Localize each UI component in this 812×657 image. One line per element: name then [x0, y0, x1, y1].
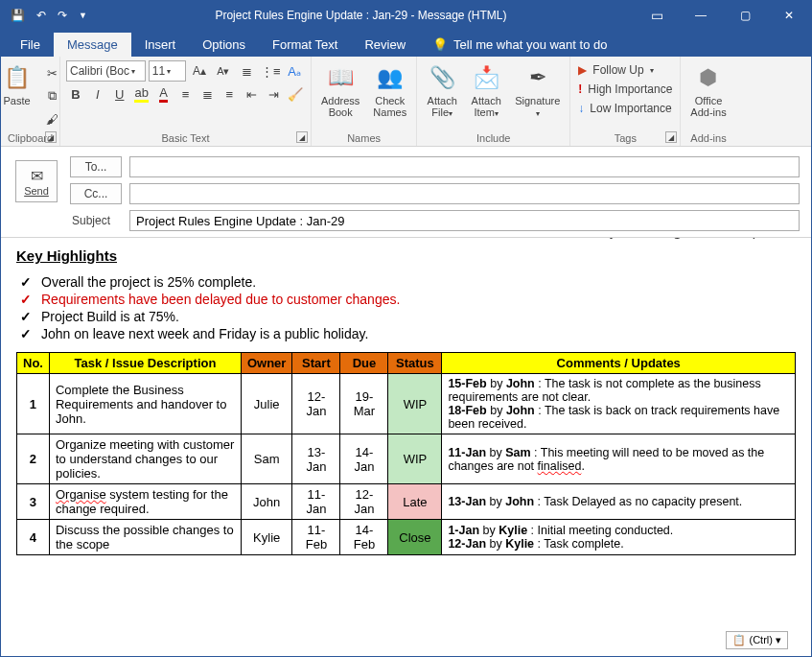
clear-format-icon[interactable]: 🧹 [286, 83, 305, 105]
clipboard-dialog-launcher[interactable]: ◢ [45, 131, 57, 143]
flag-icon: ▶ [578, 63, 587, 77]
basictext-dialog-launcher[interactable]: ◢ [296, 131, 308, 143]
cell-owner: Kylie [241, 520, 291, 555]
address-book-button[interactable]: 📖 Address Book [317, 60, 363, 120]
cell-owner: Sam [241, 434, 291, 484]
send-label: Send [24, 185, 49, 197]
th-due: Due [340, 353, 388, 374]
watermark: Techno-PM Project Management Templates [590, 238, 792, 239]
paste-options-button[interactable]: 📋 (Ctrl) ▾ [726, 631, 789, 649]
cell-status: Close [388, 520, 442, 555]
tab-message[interactable]: Message [54, 33, 131, 57]
tell-me-search[interactable]: 💡 Tell me what you want to do [419, 33, 620, 57]
cell-task: Discuss the possible changes to the scop… [49, 520, 241, 555]
highlight-icon[interactable]: ab [132, 83, 151, 105]
tab-review[interactable]: Review [351, 33, 419, 57]
maximize-icon[interactable]: ▢ [723, 1, 767, 30]
compose-header: ✉ Send To... Cc... Subject [1, 147, 811, 238]
attach-item-button[interactable]: 📩 Attach Item▾ [467, 60, 505, 121]
align-left-icon[interactable]: ≡ [176, 83, 196, 105]
group-tags-label: Tags [576, 130, 674, 144]
send-button[interactable]: ✉ Send [15, 160, 58, 202]
shrink-font-icon[interactable]: A▾ [213, 60, 234, 82]
indent-right-icon[interactable]: ⇥ [264, 83, 283, 105]
table-row: 2Organize meeting with customer to under… [17, 434, 796, 484]
table-row: 4Discuss the possible changes to the sco… [17, 520, 796, 555]
attach-file-button[interactable]: 📎 Attach File▾ [423, 60, 461, 121]
th-owner: Owner [241, 353, 291, 374]
numbering-icon[interactable]: ⋮≡ [260, 60, 281, 82]
group-include-label: Include [423, 130, 564, 144]
font-size-combo[interactable]: 11▾ [149, 60, 186, 82]
cc-field[interactable] [129, 183, 800, 204]
ribbon-options-icon[interactable]: ▭ [635, 1, 679, 30]
clipboard-small-icon: 📋 [732, 634, 746, 646]
cell-due: 12-Jan [340, 484, 388, 520]
indent-left-icon[interactable]: ⇤ [242, 83, 261, 105]
th-comments: Comments / Updates [442, 353, 796, 374]
tab-insert[interactable]: Insert [131, 33, 190, 57]
cell-comments: 15-Feb by John : The task is not complet… [442, 374, 796, 434]
check-names-button[interactable]: 👥 Check Names [369, 60, 410, 120]
paste-button[interactable]: 📋 Paste [0, 60, 36, 108]
list-item: John on leave next week and Friday is a … [39, 325, 796, 342]
cell-comments: 13-Jan by John : Task Delayed as no capa… [442, 484, 796, 520]
font-color-icon[interactable]: A [154, 83, 174, 105]
table-header-row: No. Task / Issue Description Owner Start… [17, 353, 796, 374]
bold-button[interactable]: B [66, 83, 85, 105]
title-bar: 💾 ↶ ↷ ▼ Project Rules Engine Update : Ja… [1, 1, 811, 30]
to-button[interactable]: To... [70, 156, 122, 177]
th-no: No. [17, 353, 50, 374]
tab-format-text[interactable]: Format Text [259, 33, 351, 57]
cell-task: Organize meeting with customer to unders… [49, 434, 241, 484]
align-right-icon[interactable]: ≡ [220, 83, 239, 105]
ribbon: 📋 Paste ✂ ⧉ 🖌 Clipboard ◢ Calibri (Boc▾ … [1, 57, 811, 147]
subject-field[interactable] [129, 210, 800, 231]
redo-icon[interactable]: ↷ [58, 9, 67, 22]
cell-due: 19-Mar [340, 374, 388, 434]
message-body[interactable]: Techno-PM Project Management Templates K… [1, 238, 811, 655]
cell-comments: 1-Jan by Kylie : Initial meeting conduct… [442, 520, 796, 555]
align-center-icon[interactable]: ≣ [197, 83, 217, 105]
close-icon[interactable]: ✕ [767, 1, 811, 30]
undo-icon[interactable]: ↶ [36, 9, 46, 22]
cell-no: 4 [17, 520, 50, 555]
cell-no: 3 [17, 484, 50, 520]
group-addins-label: Add-ins [686, 130, 730, 144]
table-row: 1Complete the Business Requirements and … [17, 374, 796, 434]
clipboard-icon: 📋 [2, 62, 33, 93]
paperclip-icon: 📎 [427, 62, 457, 93]
tab-file[interactable]: File [7, 33, 54, 57]
office-addins-button[interactable]: ⬢ Office Add-ins [686, 60, 730, 120]
signature-button[interactable]: ✒ Signature▾ [511, 60, 564, 121]
exclamation-icon: ! [578, 82, 582, 96]
check-names-icon: 👥 [375, 62, 406, 93]
low-importance-button[interactable]: ↓Low Importance [576, 99, 673, 118]
cell-start: 12-Jan [292, 374, 340, 434]
underline-button[interactable]: U [110, 83, 129, 105]
tab-options[interactable]: Options [189, 33, 259, 57]
font-name-combo[interactable]: Calibri (Boc▾ [66, 60, 146, 82]
qat-dropdown-icon[interactable]: ▼ [79, 11, 87, 20]
to-field[interactable] [129, 156, 800, 177]
cell-status: WIP [388, 434, 442, 484]
grow-font-icon[interactable]: A▴ [189, 60, 210, 82]
attach-item-icon: 📩 [471, 62, 501, 93]
tags-dialog-launcher[interactable]: ◢ [665, 131, 677, 143]
th-task: Task / Issue Description [49, 353, 241, 374]
list-item: Requirements have been delayed due to cu… [39, 291, 796, 308]
save-icon[interactable]: 💾 [11, 9, 25, 22]
group-names-label: Names [317, 130, 410, 144]
cc-button[interactable]: Cc... [70, 183, 122, 204]
tell-me-label: Tell me what you want to do [453, 37, 607, 52]
high-importance-button[interactable]: !High Importance [576, 80, 674, 99]
styles-icon[interactable]: Aₐ [284, 60, 305, 82]
highlights-list: Overall the project is 25% complete. Req… [16, 273, 796, 342]
cell-start: 13-Jan [292, 434, 340, 484]
key-highlights-heading: Key Highlights [16, 247, 796, 264]
bullets-icon[interactable]: ≣ [237, 60, 258, 82]
th-status: Status [388, 353, 442, 374]
minimize-icon[interactable]: — [679, 1, 723, 30]
italic-button[interactable]: I [88, 83, 107, 105]
follow-up-button[interactable]: ▶Follow Up▾ [576, 60, 655, 80]
